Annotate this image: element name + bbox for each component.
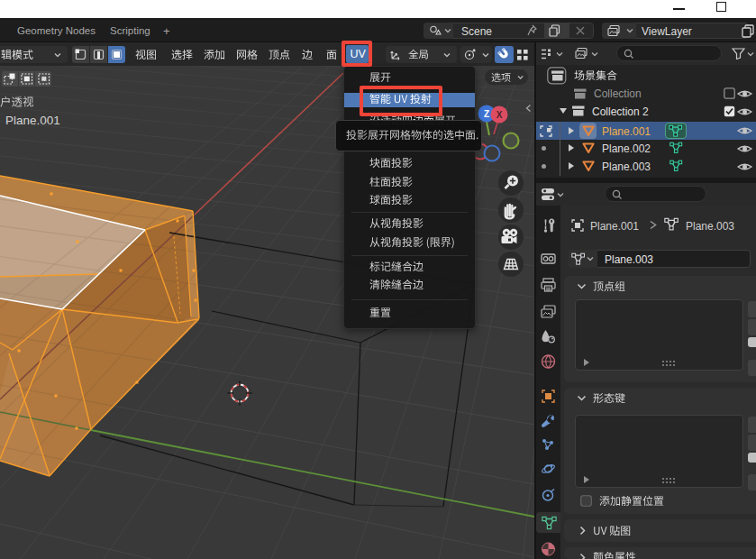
svg-text:X: X xyxy=(496,110,503,120)
svg-text:Z: Z xyxy=(484,109,489,119)
